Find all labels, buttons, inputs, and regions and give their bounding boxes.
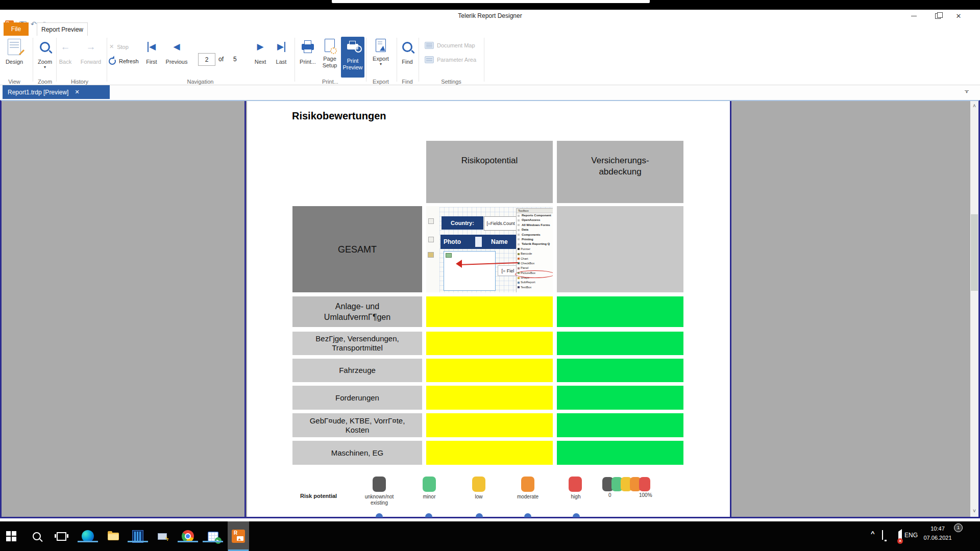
tab-report-preview[interactable]: Report Preview	[37, 22, 88, 36]
back-button: ← Back	[54, 37, 77, 65]
zoom-button[interactable]: Zoom ▾	[34, 37, 56, 69]
start-button[interactable]	[0, 526, 22, 546]
print-icon	[302, 44, 314, 50]
minimize-button[interactable]	[905, 10, 922, 22]
restore-button[interactable]	[929, 10, 946, 22]
page-number-input[interactable]: 2	[198, 53, 215, 66]
close-button[interactable]: ✕	[950, 10, 967, 22]
taskbar-item-explorer[interactable]	[102, 526, 125, 546]
legend-label: low	[458, 494, 499, 500]
taskbar-item-chrome[interactable]	[177, 526, 199, 546]
coverage-cell	[557, 296, 683, 327]
previous-page-icon: ◀	[173, 42, 180, 52]
toolbox-group: Data	[517, 228, 553, 232]
task-view-button[interactable]	[50, 526, 72, 546]
taskbar-item-remote-desktop[interactable]	[151, 526, 174, 546]
document-tab-close-icon[interactable]: ✕	[75, 89, 79, 95]
scroll-up-icon[interactable]: ˄	[970, 103, 978, 109]
scroll-down-icon[interactable]: ˅	[970, 508, 978, 514]
group-label-view: View	[2, 79, 27, 85]
desktop-screen: R ↶ ↷ ▼ Telerik Report Designer ✕ File R…	[0, 0, 980, 551]
legend-label: high	[555, 494, 596, 500]
search-button[interactable]	[26, 526, 48, 546]
document-tab[interactable]: Report1.trdp [Preview] ✕	[3, 85, 110, 99]
language-indicator[interactable]: ENG	[904, 532, 918, 539]
volume-muted-icon[interactable]: ✕	[896, 532, 902, 541]
clock-date[interactable]: 07.06.2021	[923, 535, 952, 541]
group-separator	[419, 38, 419, 82]
toolbox-title: Toolbox	[517, 209, 553, 213]
next-page-button[interactable]: ▶ Next	[249, 37, 272, 65]
row-handle-icon	[428, 218, 434, 224]
taskbar: R ^ ✕ ENG 10:47 07.06.2021 1	[0, 521, 980, 551]
running-indicator	[78, 541, 98, 542]
ribbon-collapse-icon[interactable]: ▼	[965, 90, 969, 93]
coverage-cell	[557, 386, 683, 410]
selected-picturebox	[444, 251, 496, 291]
design-button[interactable]: Design	[2, 37, 27, 65]
column-header-risikopotential: Risikopotential	[426, 141, 553, 203]
telerik-designer-icon: R	[232, 530, 245, 543]
page-setup-button[interactable]: Page Setup	[320, 37, 340, 69]
undo-icon[interactable]: ↶	[31, 20, 37, 31]
legend-swatch-minor	[423, 477, 436, 492]
coverage-cell	[557, 413, 683, 437]
toolbox-tool: CheckBox	[517, 261, 553, 266]
running-indicator	[178, 541, 198, 542]
country-header-cell: Country:	[442, 216, 483, 230]
legend-label: minor	[409, 494, 450, 500]
cutoff-marker	[476, 513, 483, 517]
refresh-button[interactable]: Refresh	[109, 58, 139, 65]
cutoff-marker	[376, 513, 383, 517]
page-setup-icon	[325, 39, 335, 52]
print-preview-button[interactable]: Print Preview	[341, 37, 364, 78]
first-page-button[interactable]: ◀ First	[140, 37, 163, 65]
previous-page-button[interactable]: ◀ Previous	[161, 37, 192, 65]
page-of-label: of	[218, 56, 224, 63]
vertical-scrollbar[interactable]: ˄ ˅	[970, 101, 978, 517]
cutoff-marker	[425, 513, 432, 517]
refresh-icon	[109, 58, 116, 65]
column-splitter	[475, 237, 482, 247]
network-icon[interactable]	[882, 531, 883, 540]
find-button[interactable]: Find	[398, 37, 417, 65]
clock-time[interactable]: 10:47	[923, 525, 952, 532]
legend-swatch-moderate	[521, 477, 534, 492]
group-label-navigation: Navigation	[107, 79, 294, 85]
risk-cell	[426, 441, 553, 465]
print-button[interactable]: Print...	[296, 37, 320, 65]
toolbox-group: Printing	[517, 237, 553, 242]
tab-file[interactable]: File	[4, 22, 29, 36]
last-page-icon: ▶	[277, 42, 285, 52]
export-button[interactable]: Export ▾	[369, 37, 393, 66]
task-view-icon	[57, 532, 66, 541]
toolbox-group: Telerik Reporting Q	[517, 242, 553, 246]
print-preview-icon	[347, 44, 358, 49]
document-tab-label: Report1.trdp [Preview]	[8, 89, 68, 96]
legend-scale	[602, 477, 653, 491]
taskbar-item-edge[interactable]	[77, 526, 99, 546]
title-bar: R ↶ ↷ ▼ Telerik Report Designer ✕	[0, 10, 980, 22]
taskbar-item-report-server[interactable]	[202, 526, 224, 546]
taskbar-item-database-app[interactable]	[127, 526, 149, 546]
risk-cell	[426, 296, 553, 327]
legend-swatch-unknown	[373, 477, 386, 492]
report-page: Risikobewertungen Risikopotential Versic…	[247, 101, 730, 517]
last-page-button[interactable]: ▶ Last	[271, 37, 292, 65]
taskbar-item-telerik[interactable]: R	[227, 526, 250, 546]
scrollbar-thumb[interactable]	[971, 214, 978, 291]
stop-button: ✕ Stop	[109, 43, 129, 50]
group-label-export: Export	[366, 79, 396, 85]
report-preview-pane: Risikobewertungen Risikopotential Versic…	[0, 100, 980, 518]
toolbox-panel: Toolbox Reports Component OpenAccess All…	[516, 208, 553, 292]
group-separator	[366, 38, 366, 82]
coverage-gesamt-cell	[557, 206, 683, 292]
legend-scale-max: 100%	[639, 492, 652, 498]
page-border-right	[730, 101, 731, 517]
group-label-zoom: Zoom	[34, 79, 56, 85]
tray-chevron-icon[interactable]: ^	[871, 530, 875, 537]
group-separator	[33, 38, 33, 82]
export-icon	[376, 39, 386, 52]
toolbox-group: Reports Component	[517, 213, 553, 218]
legend-scale-min: 0	[608, 492, 611, 498]
